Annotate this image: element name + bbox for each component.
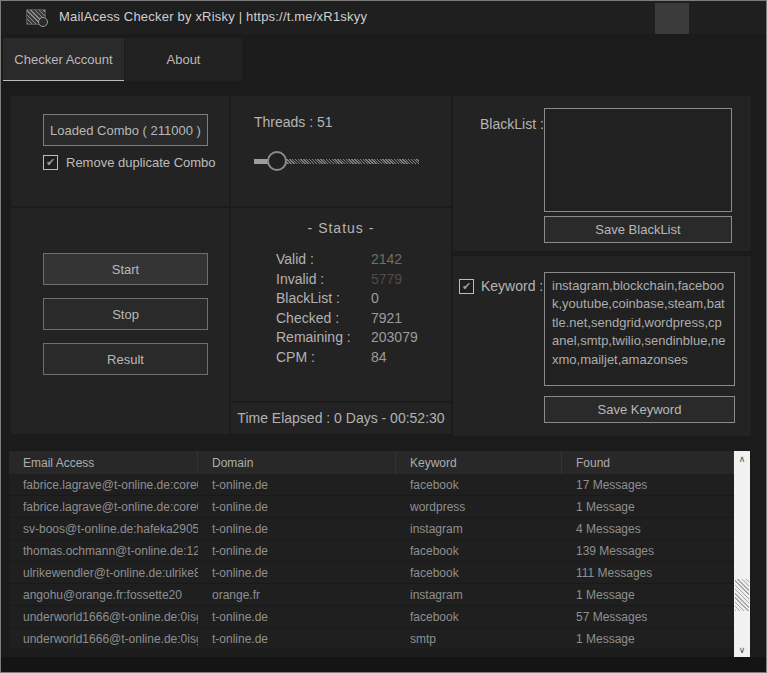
keyword-checkbox[interactable]: ✔ [459,279,474,294]
cell-keyword: instagram [396,518,562,539]
table-row[interactable]: fabrice.lagrave@t-online.de:core0... t-o… [9,474,734,496]
status-row: Invalid : 5779 [276,271,446,291]
results-table: Email Access Domain Keyword Found fabric… [9,451,734,657]
scroll-up-icon[interactable]: ∧ [739,451,746,466]
status-rows: Valid : 2142 Invalid : 5779 BlackList : … [276,251,446,368]
table-row[interactable]: ulrikewendler@t-online.de:ulrike88 t-onl… [9,562,734,584]
cell-domain: t-online.de [198,628,396,649]
controls-panel: Start Stop Result [11,208,229,434]
cell-domain: t-online.de [198,562,396,583]
time-elapsed-text: Time Elapsed : 0 Days - 00:52:30 [231,410,451,426]
save-blacklist-button[interactable]: Save BlackList [544,216,732,243]
status-row-label: BlackList : [276,290,371,310]
tab-strip: Checker Account About [1,34,766,81]
loaded-combo-button[interactable]: Loaded Combo ( 211000 ) [43,114,208,146]
status-panel: - Status - Valid : 2142 Invalid : 5779 B… [231,208,451,401]
status-row-value: 5779 [371,271,402,291]
stop-button[interactable]: Stop [43,298,208,330]
table-row[interactable]: fabrice.lagrave@t-online.de:core0... t-o… [9,496,734,518]
combo-panel: Loaded Combo ( 211000 ) ✔ Remove duplica… [11,96,229,206]
status-row: BlackList : 0 [276,290,446,310]
keyword-panel: ✔ Keyword : instagram,blockchain,faceboo… [453,256,751,436]
status-row: CPM : 84 [276,349,446,369]
main-content: Loaded Combo ( 211000 ) ✔ Remove duplica… [1,81,766,673]
cell-keyword: instagram [396,584,562,605]
cell-email: sv-boos@t-online.de:hafeka290507 [9,518,198,539]
table-row[interactable]: underworld1666@t-online.de:0isg... t-onl… [9,628,734,650]
window-title: MailAcess Checker by xRisky | https://t.… [59,9,367,24]
status-row-label: Invalid : [276,271,371,291]
cell-found: 139 Messages [562,540,734,561]
remove-duplicate-label: Remove duplicate Combo [66,155,216,170]
cell-found: 17 Messages [562,474,734,495]
cell-domain: t-online.de [198,474,396,495]
remove-duplicate-checkbox[interactable]: ✔ [43,155,58,170]
keyword-input[interactable]: instagram,blockchain,facebook,youtube,co… [544,272,735,386]
cell-keyword: facebook [396,606,562,627]
threads-label: Threads : 51 [254,114,333,130]
status-row-value: 84 [371,349,387,369]
save-keyword-button[interactable]: Save Keyword [544,396,735,423]
cell-keyword: facebook [396,540,562,561]
cell-email: thomas.ochmann@t-online.de:120... [9,540,198,561]
threads-panel: Threads : 51 [231,96,451,206]
threads-slider[interactable] [254,151,419,171]
cell-domain: t-online.de [198,540,396,561]
blacklist-label: BlackList : [480,116,544,132]
table-row[interactable]: underworld1666@t-online.de:0isg... t-onl… [9,606,734,628]
cell-keyword: wordpress [396,496,562,517]
threads-slider-thumb[interactable] [267,151,287,171]
start-button[interactable]: Start [43,253,208,285]
status-row-value: 203079 [371,329,418,349]
scroll-down-icon[interactable]: ∨ [739,642,746,657]
status-row-label: Checked : [276,310,371,330]
tab-about[interactable]: About [125,38,242,81]
cell-email: ulrikewendler@t-online.de:ulrike88 [9,562,198,583]
app-window: MailAcess Checker by xRisky | https://t.… [0,0,767,673]
checkmark-icon: ✔ [46,156,55,169]
cell-found: 57 Messages [562,606,734,627]
table-row[interactable]: sv-boos@t-online.de:hafeka290507 t-onlin… [9,518,734,540]
cell-keyword: facebook [396,474,562,495]
blacklist-panel: BlackList : Save BlackList [453,96,751,251]
status-row-label: Valid : [276,251,371,271]
scrollbar-thumb[interactable] [735,579,749,611]
titlebar-button[interactable] [655,3,689,34]
table-body: fabrice.lagrave@t-online.de:core0... t-o… [9,474,734,650]
cell-email: angohu@orange.fr:fossette20 [9,584,198,605]
cell-found: 1 Message [562,584,734,605]
status-row-value: 0 [371,290,379,310]
status-row: Remaining : 203079 [276,329,446,349]
result-button[interactable]: Result [43,343,208,375]
cell-domain: t-online.de [198,496,396,517]
cell-found: 1 Message [562,628,734,649]
column-header-found[interactable]: Found [562,451,734,474]
cell-domain: t-online.de [198,518,396,539]
status-row: Valid : 2142 [276,251,446,271]
status-row-value: 2142 [371,251,402,271]
table-row[interactable]: angohu@orange.fr:fossette20 orange.fr in… [9,584,734,606]
tab-checker-account[interactable]: Checker Account [3,38,124,81]
cell-email: fabrice.lagrave@t-online.de:core0... [9,496,198,517]
status-title: - Status - [231,220,451,236]
table-row[interactable]: thomas.ochmann@t-online.de:120... t-onli… [9,540,734,562]
cell-email: fabrice.lagrave@t-online.de:core0... [9,474,198,495]
status-row-value: 7921 [371,310,402,330]
cell-found: 1 Message [562,496,734,517]
cell-email: underworld1666@t-online.de:0isg... [9,606,198,627]
cell-email: underworld1666@t-online.de:0isg... [9,628,198,649]
blacklist-input[interactable] [544,108,732,212]
column-header-email[interactable]: Email Access [9,451,198,474]
app-icon [26,9,46,25]
cell-found: 4 Messages [562,518,734,539]
time-elapsed-panel: Time Elapsed : 0 Days - 00:52:30 [231,403,451,434]
table-header: Email Access Domain Keyword Found [9,451,734,474]
cell-found: 111 Messages [562,562,734,583]
cell-keyword: facebook [396,562,562,583]
cell-domain: t-online.de [198,606,396,627]
column-header-domain[interactable]: Domain [198,451,396,474]
table-scrollbar[interactable]: ∧ ∨ [734,451,750,657]
column-header-keyword[interactable]: Keyword [396,451,562,474]
checkmark-icon: ✔ [462,280,471,293]
titlebar: MailAcess Checker by xRisky | https://t.… [1,1,766,34]
